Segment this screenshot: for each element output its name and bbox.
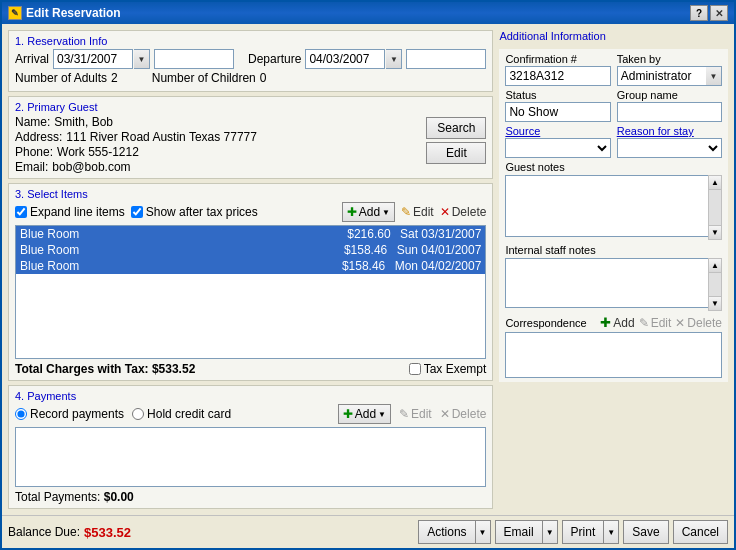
adults-row: Number of Adults 2 Number of Children 0 [15,71,486,85]
hold-credit-group[interactable]: Hold credit card [132,407,231,421]
list-item[interactable]: Blue Room $216.60 Sat 03/31/2007 [16,226,485,242]
payments-add-button[interactable]: ✚ Add ▼ [338,404,391,424]
print-button[interactable]: Print [562,520,604,544]
source-select[interactable] [505,138,610,158]
guest-notes-textarea[interactable] [505,175,722,237]
source-link[interactable]: Source [505,125,610,137]
cancel-button[interactable]: Cancel [673,520,728,544]
record-payments-label: Record payments [30,407,124,421]
adults-label: Number of Adults [15,71,107,85]
payment-total-row: Total Payments: $0.00 [15,490,486,504]
expand-checkbox[interactable] [15,206,27,218]
confirmation-input[interactable] [505,66,610,86]
scroll-up-button[interactable]: ▲ [709,176,721,190]
items-edit-button[interactable]: ✎ Edit [401,205,434,219]
payment-total-value: $0.00 [104,490,134,504]
main-content: 1. Reservation Info Arrival ▼ Departure … [2,24,734,515]
left-panel: 1. Reservation Info Arrival ▼ Departure … [8,30,493,509]
record-payments-radio[interactable] [15,408,27,420]
payment-options: Record payments Hold credit card ✚ Add ▼… [15,404,486,424]
list-item[interactable]: Blue Room $158.46 Mon 04/02/2007 [16,258,485,274]
window-icon: ✎ [8,6,22,20]
item-details: $158.46 Mon 04/02/2007 [342,259,481,273]
departure-label: Departure [248,52,301,66]
titlebar: ✎ Edit Reservation ? ✕ [2,2,734,24]
guest-address-row: Address: 111 River Road Austin Texas 777… [15,130,422,144]
departure-date-arrow[interactable]: ▼ [386,49,402,69]
titlebar-left: ✎ Edit Reservation [8,6,121,20]
hold-credit-label: Hold credit card [147,407,231,421]
scroll-down-button[interactable]: ▼ [709,225,721,239]
save-button[interactable]: Save [623,520,668,544]
arrival-time-input[interactable] [154,49,234,69]
item-date: Sun 04/01/2007 [397,243,482,257]
payment-total-label: Total Payments: [15,490,100,504]
staff-scroll-up[interactable]: ▲ [709,259,721,273]
taken-by-dropdown-arrow[interactable]: ▼ [706,66,722,86]
arrival-date-arrow[interactable]: ▼ [134,49,150,69]
actions-split-button: Actions ▼ [418,520,490,544]
tax-exempt-checkbox[interactable] [409,363,421,375]
staff-notes-textarea[interactable] [505,258,722,308]
staff-scroll-down[interactable]: ▼ [709,296,721,310]
group-name-input[interactable] [617,102,722,122]
hold-credit-radio[interactable] [132,408,144,420]
show-tax-checkbox-group[interactable]: Show after tax prices [131,205,258,219]
total-label: Total Charges with Tax: [15,362,149,376]
source-reason-row: Source Reason for stay [505,125,722,158]
payments-edit-button: ✎ Edit [399,407,432,421]
actions-button[interactable]: Actions [418,520,474,544]
correspondence-section: Correspondence ✚ Add ✎ Edit ✕ [505,315,722,378]
item-price: $216.60 [347,227,390,241]
show-tax-checkbox[interactable] [131,206,143,218]
payments-add-label: Add [355,407,376,421]
email-button[interactable]: Email [495,520,542,544]
edit-reservation-window: ✎ Edit Reservation ? ✕ 1. Reservation In… [0,0,736,550]
payments-delete-button: ✕ Delete [440,407,487,421]
item-name: Blue Room [20,243,79,257]
item-date: Sat 03/31/2007 [400,227,481,241]
payments-edit-label: Edit [411,407,432,421]
items-add-button[interactable]: ✚ Add ▼ [342,202,395,222]
total-value: $533.52 [152,362,195,376]
record-payments-group[interactable]: Record payments [15,407,124,421]
edit-guest-button[interactable]: Edit [426,142,486,164]
search-button[interactable]: Search [426,117,486,139]
departure-time-input[interactable] [406,49,486,69]
reason-link[interactable]: Reason for stay [617,125,722,137]
guest-notes-label: Guest notes [505,161,722,173]
tax-exempt-label: Tax Exempt [424,362,487,376]
item-name: Blue Room [20,227,79,241]
print-dropdown-arrow[interactable]: ▼ [603,520,619,544]
items-list: Blue Room $216.60 Sat 03/31/2007 Blue Ro… [15,225,486,359]
item-price: $158.46 [342,259,385,273]
correspondence-header: Correspondence ✚ Add ✎ Edit ✕ [505,315,722,330]
item-details: $158.46 Sun 04/01/2007 [344,243,481,257]
titlebar-buttons: ? ✕ [690,5,728,21]
email-dropdown-arrow[interactable]: ▼ [542,520,558,544]
item-details: $216.60 Sat 03/31/2007 [347,227,481,241]
delete-icon: ✕ [440,205,450,219]
tax-exempt-group[interactable]: Tax Exempt [409,362,487,376]
close-button[interactable]: ✕ [710,5,728,21]
taken-by-input[interactable] [617,66,706,86]
payments-delete-label: Delete [452,407,487,421]
balance-label: Balance Due: [8,525,80,539]
reason-select[interactable] [617,138,722,158]
items-delete-button[interactable]: ✕ Delete [440,205,487,219]
section-select-items: 3. Select Items Expand line items Show a… [8,183,493,381]
expand-checkbox-group[interactable]: Expand line items [15,205,125,219]
status-input[interactable] [505,102,610,122]
additional-info-label: Additional Information [499,30,728,42]
arrival-date-input[interactable] [53,49,133,69]
departure-date-input[interactable] [305,49,385,69]
correspondence-add-button[interactable]: ✚ Add [600,315,634,330]
actions-dropdown-arrow[interactable]: ▼ [475,520,491,544]
add-icon: ✚ [600,315,611,330]
balance-value: $533.52 [84,525,131,540]
status-label: Status [505,89,610,101]
section-primary-guest: 2. Primary Guest Name: Smith, Bob Addres… [8,96,493,179]
list-item[interactable]: Blue Room $158.46 Sun 04/01/2007 [16,242,485,258]
items-delete-label: Delete [452,205,487,219]
help-button[interactable]: ? [690,5,708,21]
